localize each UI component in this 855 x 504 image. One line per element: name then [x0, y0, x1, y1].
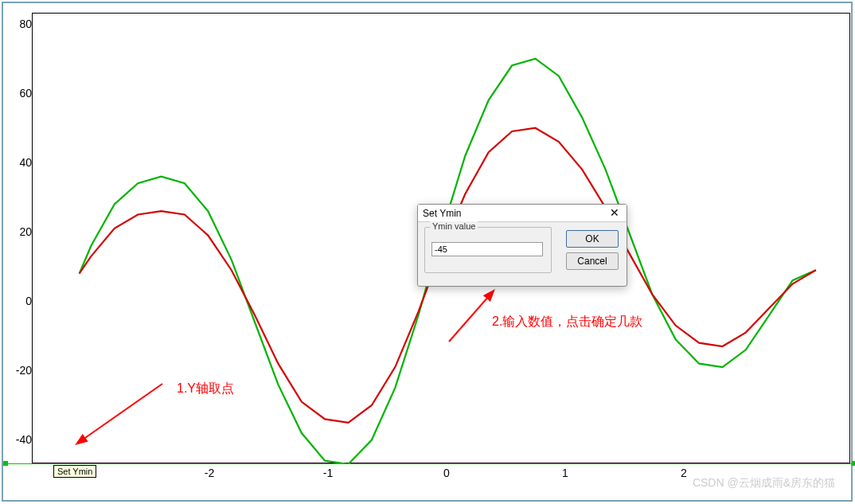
ymin-input[interactable] [431, 242, 543, 256]
ymin-baseline[interactable] [3, 463, 855, 464]
ok-button[interactable]: OK [566, 230, 619, 248]
annotation-1: 1.Y轴取点 [177, 381, 234, 397]
ymin-fieldset: Ymin value [424, 227, 552, 273]
y-tick--40: -40 [10, 433, 32, 446]
y-tick--20: -20 [10, 364, 32, 377]
x-tick--1: -1 [316, 467, 340, 479]
y-tick-80: 80 [10, 18, 32, 30]
chart-window: 80 60 40 20 0 -20 -40 -3 -2 -1 0 1 2 Set… [2, 2, 853, 502]
close-icon[interactable]: ✕ [603, 205, 627, 222]
y-tick-60: 60 [10, 87, 32, 100]
ymin-group-label: Ymin value [430, 221, 478, 231]
x-tick-0: 0 [435, 467, 459, 479]
set-ymin-dialog: Set Ymin ✕ Ymin value OK Cancel [417, 204, 627, 287]
y-tick-0: 0 [10, 295, 32, 307]
y-tick-40: 40 [10, 156, 32, 169]
x-tick-1: 1 [553, 467, 577, 479]
cancel-button[interactable]: Cancel [566, 252, 619, 270]
dialog-title: Set Ymin [423, 205, 461, 222]
x-tick--2: -2 [197, 467, 221, 479]
ymin-tooltip: Set Ymin [53, 465, 96, 478]
ymin-handle-left[interactable] [3, 461, 8, 466]
ymin-handle-right[interactable] [852, 461, 855, 466]
dialog-titlebar[interactable]: Set Ymin ✕ [418, 205, 627, 222]
y-tick-20: 20 [10, 225, 32, 238]
watermark: CSDN @云烟成雨&房东的猫 [693, 476, 835, 490]
annotation-2: 2.输入数值，点击确定几款 [492, 314, 642, 330]
